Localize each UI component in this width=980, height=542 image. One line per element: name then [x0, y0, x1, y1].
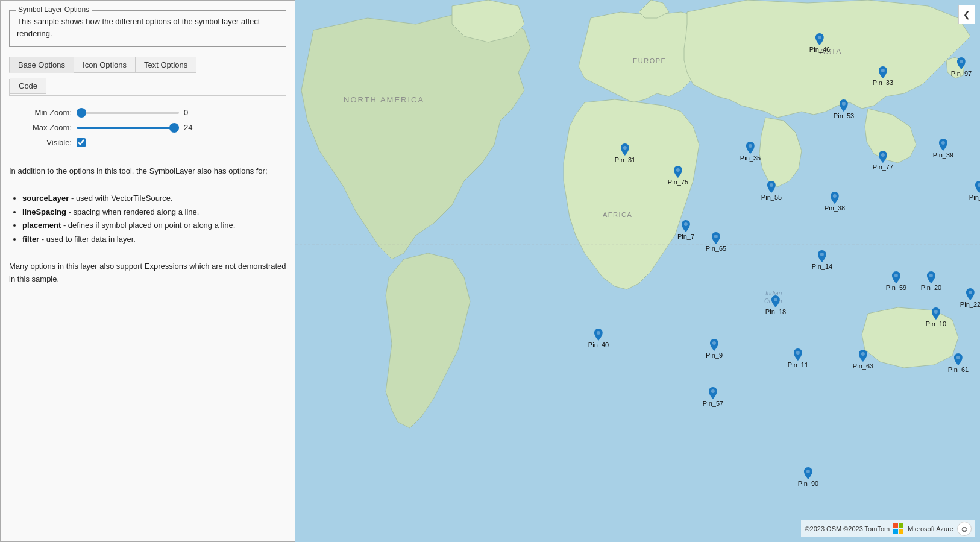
- pin-Pin_7: Pin_7: [677, 220, 694, 240]
- pin-Pin_46: Pin_46: [809, 33, 830, 53]
- bullet-2-rest: - spacing when rendered along a line.: [66, 207, 199, 216]
- pin-Pin_77: Pin_77: [873, 151, 893, 171]
- svg-point-6: [842, 102, 846, 106]
- bullet-3-keyword: placement: [22, 221, 61, 230]
- pin-icon-Pin_18: [771, 295, 780, 307]
- max-zoom-slider[interactable]: [77, 127, 179, 129]
- tab-base[interactable]: Base Options: [9, 57, 74, 73]
- svg-point-41: [806, 470, 810, 473]
- visible-checkbox[interactable]: [77, 138, 86, 147]
- info-text-1: In addition to the options in this tool,…: [9, 165, 286, 178]
- tab-icon[interactable]: Icon Options: [74, 57, 136, 73]
- svg-point-3: [818, 36, 821, 39]
- pin-Pin_53: Pin_53: [834, 99, 854, 119]
- bullet-4-keyword: filter: [22, 235, 39, 244]
- pin-icon-Pin_7: [682, 220, 690, 232]
- collapse-button[interactable]: ❮: [958, 5, 975, 24]
- pin-icon-Pin_61: [954, 353, 963, 365]
- pin-icon-Pin_63: [859, 350, 867, 362]
- panel-title: Symbol Layer Options: [16, 5, 92, 14]
- svg-point-37: [861, 352, 865, 356]
- panel-title-box: Symbol Layer Options This sample shows h…: [9, 10, 286, 47]
- pin-Pin_33: Pin_33: [873, 66, 893, 86]
- visible-label: Visible:: [11, 138, 72, 147]
- svg-point-10: [941, 141, 945, 145]
- svg-point-38: [711, 389, 715, 393]
- ms-logo-red: [893, 523, 898, 528]
- pin-icon-Pin_55: [767, 181, 776, 193]
- pin-icon-Pin_75: [674, 166, 682, 178]
- pins-container: Pin_92 Pin_46 Pin_97 Pin_33: [295, 0, 980, 542]
- svg-point-9: [881, 153, 885, 157]
- pin-Pin_9: Pin_9: [706, 339, 723, 359]
- pin-icon-Pin_33: [879, 66, 887, 78]
- pin-Pin_65: Pin_65: [706, 232, 726, 252]
- pin-Pin_59: Pin_59: [886, 271, 906, 291]
- pin-Pin_11: Pin_11: [788, 348, 808, 368]
- pin-Pin_63: Pin_63: [853, 350, 873, 370]
- svg-point-42: [597, 331, 600, 335]
- controls-section: Min Zoom: 0 Max Zoom: 24 Visible:: [9, 102, 286, 159]
- pin-icon-Pin_38: [831, 192, 839, 204]
- pin-icon-Pin_59: [892, 271, 900, 283]
- pin-icon-Pin_65: [712, 232, 720, 244]
- svg-point-13: [623, 146, 627, 150]
- bullet-1-keyword: sourceLayer: [22, 194, 69, 203]
- bullet-4: filter - used to filter data in layer.: [22, 233, 286, 246]
- svg-point-27: [969, 291, 972, 294]
- pin-icon-Pin_14: [818, 250, 826, 262]
- pin-Pin_90: Pin_90: [798, 467, 818, 487]
- pin-Pin_61: Pin_61: [948, 353, 969, 373]
- pin-Pin_57: Pin_57: [703, 387, 723, 407]
- ms-logo-green: [899, 523, 903, 528]
- svg-point-33: [712, 341, 716, 345]
- svg-point-19: [714, 235, 718, 238]
- pin-Pin_38: Pin_38: [825, 192, 845, 212]
- pin-icon-Pin_34: [975, 181, 980, 193]
- pin-icon-Pin_35: [746, 142, 755, 154]
- svg-point-8: [749, 144, 752, 148]
- bullet-list: sourceLayer - used with VectorTileSource…: [9, 192, 286, 247]
- pin-icon-Pin_53: [840, 99, 848, 112]
- pin-Pin_75: Pin_75: [668, 166, 688, 186]
- pin-icon-Pin_90: [804, 467, 812, 479]
- tab-code[interactable]: Code: [10, 78, 46, 94]
- map-attribution: ©2023 OSM ©2023 TomTom Microsoft Azure ☺: [801, 520, 975, 537]
- svg-point-31: [934, 310, 938, 314]
- pin-Pin_39: Pin_39: [933, 139, 953, 159]
- ms-logo-yellow: [899, 529, 903, 534]
- pin-icon-Pin_57: [709, 387, 717, 399]
- visible-row: Visible:: [11, 138, 284, 147]
- bullet-3: placement - defines if symbol placed on …: [22, 219, 286, 232]
- pin-icon-Pin_39: [939, 139, 947, 151]
- tab-bar: Base Options Icon Options Text Options: [9, 57, 286, 73]
- svg-point-25: [894, 274, 898, 277]
- svg-point-29: [774, 298, 777, 301]
- code-tab-row: Code: [9, 79, 286, 96]
- pin-Pin_31: Pin_31: [615, 143, 635, 163]
- pin-icon-Pin_31: [621, 143, 629, 156]
- tab-text[interactable]: Text Options: [136, 57, 196, 73]
- pin-Pin_18: Pin_18: [765, 295, 786, 315]
- pin-icon-Pin_97: [957, 57, 966, 69]
- map-area[interactable]: NORTH AMERICA EUROPE AFRICA ASIA Indian …: [295, 0, 980, 542]
- feedback-button[interactable]: ☺: [957, 522, 972, 536]
- azure-brand: Microsoft Azure: [908, 525, 953, 532]
- svg-point-36: [796, 351, 800, 355]
- min-zoom-label: Min Zoom:: [11, 108, 72, 117]
- bullet-1: sourceLayer - used with VectorTileSource…: [22, 192, 286, 205]
- bullet-3-rest: - defines if symbol placed on point or a…: [61, 221, 235, 230]
- bullet-2: lineSpacing - spacing when rendered alon…: [22, 206, 286, 219]
- bullet-4-rest: - used to filter data in layer.: [39, 235, 136, 244]
- osm-attribution: ©2023 OSM ©2023 TomTom: [805, 525, 890, 532]
- svg-point-17: [833, 194, 837, 198]
- pin-icon-Pin_22: [966, 288, 975, 300]
- bullet-1-rest: - used with VectorTileSource.: [69, 194, 172, 203]
- pin-Pin_10: Pin_10: [926, 307, 946, 327]
- min-zoom-row: Min Zoom: 0: [11, 108, 284, 117]
- min-zoom-slider[interactable]: [77, 112, 179, 114]
- pin-icon-Pin_77: [879, 151, 887, 163]
- svg-point-26: [929, 274, 933, 277]
- pin-icon-Pin_40: [594, 329, 603, 341]
- svg-point-35: [956, 356, 960, 359]
